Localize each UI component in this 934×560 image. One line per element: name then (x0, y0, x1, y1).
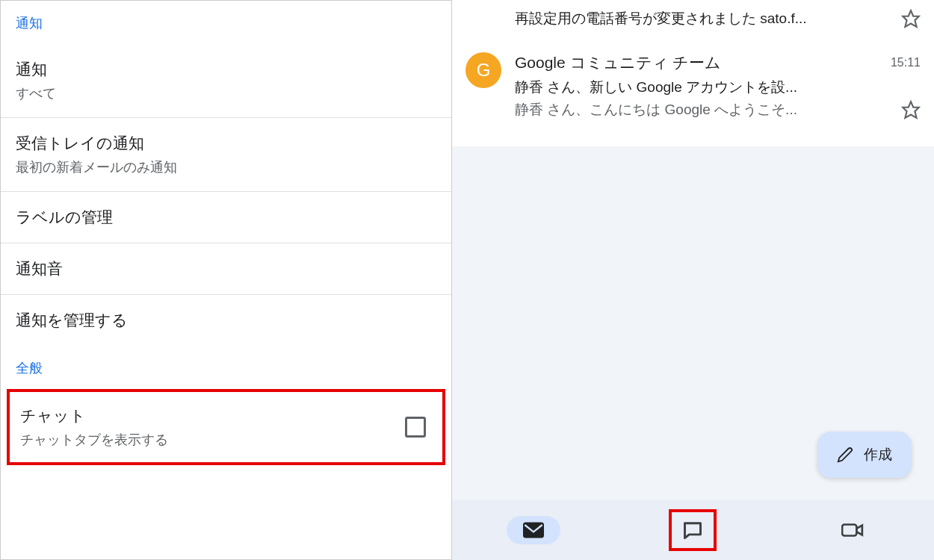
settings-item-title: 通知音 (16, 258, 436, 279)
notifications-section-header: 通知 (1, 1, 451, 44)
pencil-icon (837, 447, 853, 463)
inbox-panel: 再設定用の電話番号が変更されました sato.f... G Google コミュ… (452, 0, 934, 560)
general-section-header: 全般 (1, 346, 451, 389)
email-row[interactable]: G Google コミュニティ チーム 15:11 静香 さん、新しい Goog… (452, 40, 934, 131)
settings-item-title: 通知を管理する (16, 310, 436, 331)
compose-button[interactable]: 作成 (817, 432, 912, 478)
settings-item-inbox-notifications[interactable]: 受信トレイの通知 最初の新着メールのみ通知 (1, 118, 451, 192)
svg-marker-1 (903, 102, 919, 118)
settings-item-title: 通知 (16, 59, 436, 80)
settings-item-subtitle: すべて (16, 84, 436, 102)
mail-icon (523, 522, 544, 538)
chat-icon (682, 520, 703, 541)
star-outline-icon[interactable] (901, 100, 921, 119)
email-time: 15:11 (891, 56, 921, 69)
nav-item-chat[interactable] (669, 509, 717, 551)
settings-item-subtitle: 最初の新着メールのみ通知 (16, 158, 436, 176)
settings-panel: 通知 通知 すべて 受信トレイの通知 最初の新着メールのみ通知 ラベルの管理 通… (0, 0, 452, 560)
svg-rect-3 (842, 525, 856, 536)
settings-item-chat[interactable]: チャット チャットタブを表示する (7, 389, 445, 465)
settings-item-subtitle: チャットタブを表示する (20, 431, 405, 449)
email-sender: Google コミュニティ チーム (515, 52, 721, 73)
settings-item-title: チャット (20, 405, 405, 426)
settings-item-manage-notifications[interactable]: 通知を管理する (1, 295, 451, 346)
nav-item-mail[interactable] (507, 516, 560, 544)
email-row[interactable]: 再設定用の電話番号が変更されました sato.f... (452, 0, 934, 40)
svg-marker-0 (903, 10, 919, 27)
settings-item-notifications[interactable]: 通知 すべて (1, 44, 451, 118)
email-preview: 静香 さん、こんにちは Google へようこそ... (515, 100, 894, 119)
settings-item-title: 受信トレイの通知 (16, 133, 436, 154)
video-icon (841, 522, 864, 538)
chat-checkbox[interactable] (405, 417, 426, 438)
settings-item-title: ラベルの管理 (16, 207, 436, 228)
email-subject: 静香 さん、新しい Google アカウントを設... (515, 78, 921, 97)
email-content: 再設定用の電話番号が変更されました sato.f... (515, 9, 921, 28)
svg-rect-2 (523, 523, 544, 538)
nav-item-video[interactable] (825, 516, 880, 544)
email-list: 再設定用の電話番号が変更されました sato.f... G Google コミュ… (452, 0, 934, 146)
compose-label: 作成 (864, 445, 892, 464)
email-preview: 再設定用の電話番号が変更されました sato.f... (515, 9, 894, 28)
settings-item-label-management[interactable]: ラベルの管理 (1, 192, 451, 243)
sender-avatar[interactable]: G (466, 52, 501, 88)
settings-item-notification-sound[interactable]: 通知音 (1, 243, 451, 295)
star-outline-icon[interactable] (901, 9, 921, 28)
bottom-nav (452, 500, 934, 560)
email-content: Google コミュニティ チーム 15:11 静香 さん、新しい Google… (515, 52, 921, 119)
